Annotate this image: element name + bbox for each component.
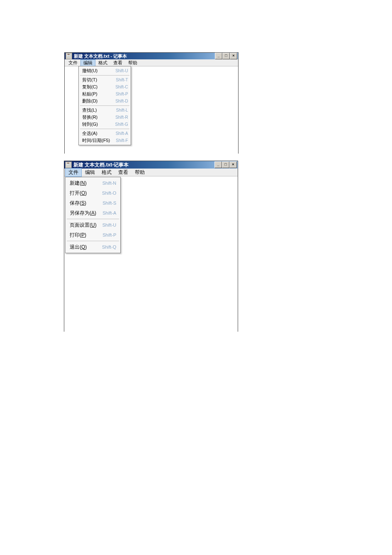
menu-item-label: 查找(L): [82, 107, 102, 113]
menu-item-shortcut: Shift-A: [102, 210, 116, 215]
menu-item-goto[interactable]: 转到(G) Shift-G: [79, 121, 131, 128]
menu-item-shortcut: Shift-T: [116, 78, 128, 82]
notepad-window-file-menu: 新建 文本文档.txt-记事本 _ □ × 文件 编辑 格式 查看 帮助 新建(…: [64, 161, 238, 332]
menu-item-find[interactable]: 查找(L) Shift-L: [79, 107, 131, 114]
window-title: 新建 文本文档.txt - 记事本: [74, 53, 215, 59]
window-controls: _ □ ×: [214, 161, 237, 168]
menu-item-shortcut: Shift-G: [115, 122, 128, 127]
menu-item-copy[interactable]: 复制(C) Shift-C: [79, 83, 131, 90]
menu-separator: [80, 129, 129, 129]
menu-item-shortcut: Shift-P: [102, 232, 116, 237]
menu-item-shortcut: Shift-P: [116, 92, 128, 96]
menu-help[interactable]: 帮助: [131, 168, 148, 177]
menu-item-open[interactable]: 打开(O) Shift-O: [66, 188, 120, 198]
menu-item-replace[interactable]: 替换(R) Shift-R: [79, 114, 131, 121]
close-button[interactable]: ×: [229, 161, 237, 168]
app-icon: [66, 53, 72, 59]
menu-format[interactable]: 格式: [95, 59, 110, 66]
menu-item-cut[interactable]: 剪切(T) Shift-T: [79, 76, 131, 83]
menu-format[interactable]: 格式: [98, 168, 115, 177]
menu-item-label: 页面设置(U): [70, 222, 102, 229]
menu-item-select-all[interactable]: 全选(A) Shift-A: [79, 130, 131, 137]
menu-file[interactable]: 文件: [66, 59, 80, 66]
menu-item-label: 新建(N): [70, 180, 93, 187]
menu-item-label: 时间/日期(F5): [82, 137, 116, 144]
maximize-button[interactable]: □: [222, 53, 230, 59]
menu-item-label: 打印(P): [70, 232, 92, 239]
menu-item-page-setup[interactable]: 页面设置(U) Shift-U: [66, 220, 120, 230]
app-icon: [65, 161, 72, 168]
menu-item-shortcut: Shift-U: [102, 222, 117, 227]
menu-item-label: 保存(S): [70, 200, 92, 207]
menu-item-shortcut: Shift-F: [116, 138, 128, 143]
menu-separator: [80, 75, 129, 76]
window-controls: _ □ ×: [215, 53, 237, 59]
menu-item-print[interactable]: 打印(P) Shift-P: [66, 230, 120, 240]
menu-item-new[interactable]: 新建(N) Shift-N: [66, 178, 120, 188]
menu-item-shortcut: Shift-L: [116, 108, 128, 112]
menu-item-undo[interactable]: 撤销(U) Shift-U: [79, 67, 131, 74]
maximize-button[interactable]: □: [222, 161, 229, 168]
menu-view[interactable]: 查看: [110, 59, 125, 66]
menubar: 文件 编辑 格式 查看 帮助: [65, 59, 238, 66]
menu-item-shortcut: Shift-D: [115, 99, 128, 103]
menu-item-label: 剪切(T): [82, 77, 103, 83]
menu-item-shortcut: Shift-R: [115, 115, 128, 120]
edit-dropdown: 撤销(U) Shift-U 剪切(T) Shift-T 复制(C) Shift-…: [78, 66, 131, 145]
menu-item-shortcut: Shift-C: [115, 85, 128, 89]
menu-item-label: 退出(Q): [70, 244, 93, 251]
menu-item-save-as[interactable]: 另保存为(A) Shift-A: [66, 208, 120, 218]
window-title: 新建 文本文档.txt-记事本: [73, 161, 214, 169]
menu-item-label: 替换(R): [82, 114, 103, 120]
menu-file[interactable]: 文件: [65, 168, 82, 177]
menu-edit[interactable]: 编辑: [80, 59, 95, 66]
menu-item-shortcut: Shift-O: [102, 191, 116, 196]
menu-item-label: 全选(A): [82, 130, 103, 137]
menu-item-shortcut: Shift-S: [102, 200, 116, 205]
notepad-window-edit-menu: 新建 文本文档.txt - 记事本 _ □ × 文件 编辑 格式 查看 帮助 撤…: [64, 52, 239, 154]
titlebar[interactable]: 新建 文本文档.txt - 记事本 _ □ ×: [65, 53, 238, 59]
menu-separator: [80, 105, 129, 106]
menu-item-label: 另保存为(A): [70, 210, 102, 217]
menu-view[interactable]: 查看: [115, 168, 131, 177]
menu-separator: [67, 219, 119, 219]
close-button[interactable]: ×: [230, 53, 237, 59]
menu-item-label: 转到(G): [82, 121, 104, 127]
menu-item-label: 打开(O): [70, 190, 93, 197]
menu-item-delete[interactable]: 删除(D) Shift-D: [79, 98, 131, 105]
menu-item-paste[interactable]: 粘贴(P) Shift-P: [79, 90, 131, 98]
menu-item-shortcut: Shift-Q: [102, 244, 116, 249]
menu-item-label: 粘贴(P): [82, 91, 103, 97]
menu-item-label: 撤销(U): [82, 68, 103, 74]
minimize-button[interactable]: _: [215, 53, 222, 59]
titlebar[interactable]: 新建 文本文档.txt-记事本 _ □ ×: [64, 161, 238, 169]
menu-item-shortcut: Shift-A: [116, 131, 128, 136]
menu-edit[interactable]: 编辑: [82, 168, 98, 177]
file-dropdown: 新建(N) Shift-N 打开(O) Shift-O 保存(S) Shift-…: [65, 177, 121, 253]
menu-item-shortcut: Shift-U: [115, 68, 128, 73]
menu-item-shortcut: Shift-N: [102, 181, 117, 186]
menubar: 文件 编辑 格式 查看 帮助: [64, 169, 238, 176]
menu-item-datetime[interactable]: 时间/日期(F5) Shift-F: [79, 137, 131, 144]
minimize-button[interactable]: _: [214, 161, 222, 168]
menu-item-exit[interactable]: 退出(Q) Shift-Q: [66, 242, 120, 252]
menu-separator: [67, 241, 119, 241]
menu-item-label: 复制(C): [82, 84, 103, 90]
menu-item-save[interactable]: 保存(S) Shift-S: [66, 198, 120, 208]
menu-help[interactable]: 帮助: [125, 59, 140, 66]
menu-item-label: 删除(D): [82, 98, 103, 104]
